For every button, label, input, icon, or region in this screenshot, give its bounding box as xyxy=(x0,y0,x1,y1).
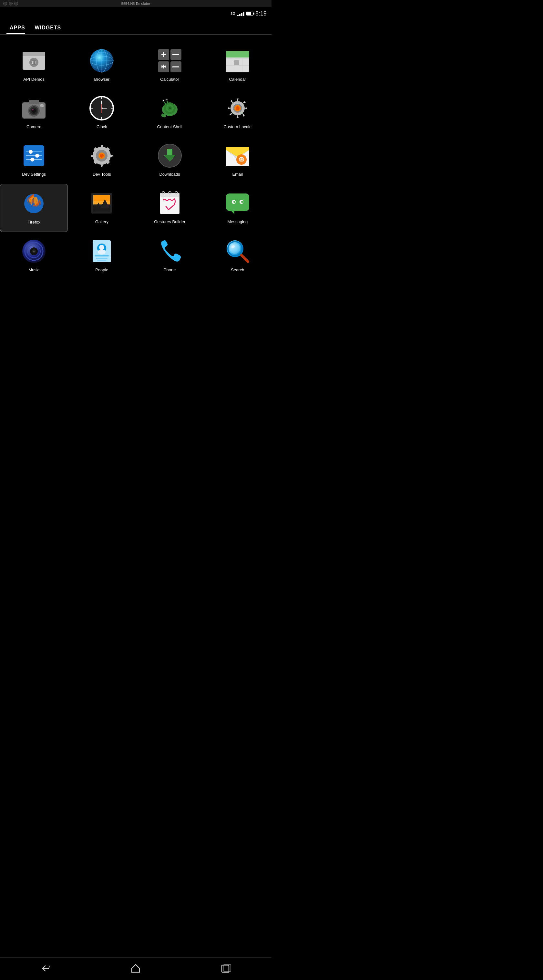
music-icon xyxy=(21,239,47,264)
maximize-dot[interactable] xyxy=(14,2,18,5)
tab-bar: APPS WIDGETS xyxy=(0,20,272,34)
app-item-phone[interactable]: Phone xyxy=(136,232,204,279)
svg-rect-28 xyxy=(234,60,239,65)
app-item-people[interactable]: People xyxy=(68,232,136,279)
dev-tools-icon xyxy=(89,143,114,169)
gestures-label: Gestures Builder xyxy=(154,220,185,225)
svg-rect-27 xyxy=(226,54,249,57)
app-item-dev-tools[interactable]: Dev Tools xyxy=(68,136,136,184)
dev-settings-icon xyxy=(21,143,47,169)
status-bar: 3G 8:19 xyxy=(0,7,272,20)
app-item-gallery[interactable]: Gallery xyxy=(68,184,136,232)
downloads-icon xyxy=(157,143,183,169)
app-item-camera[interactable]: Camera xyxy=(0,89,68,136)
content-shell-label: Content Shell xyxy=(157,124,183,130)
phone-label: Phone xyxy=(164,267,176,273)
signal-bars-icon xyxy=(237,11,245,16)
svg-point-79 xyxy=(100,154,104,158)
app-item-downloads[interactable]: Downloads xyxy=(136,136,204,184)
dev-settings-label: Dev Settings xyxy=(22,172,46,177)
svg-point-73 xyxy=(29,150,33,154)
svg-rect-130 xyxy=(95,255,109,256)
svg-marker-114 xyxy=(231,211,234,214)
svg-point-129 xyxy=(98,249,106,255)
downloads-label: Downloads xyxy=(159,172,180,177)
window-title: 5554:N5-Emulator xyxy=(121,2,150,5)
music-label: Music xyxy=(29,267,40,273)
tab-apps[interactable]: APPS xyxy=(6,20,32,34)
messaging-icon xyxy=(225,190,251,216)
close-dot[interactable] xyxy=(3,2,7,5)
app-item-messaging[interactable]: Messaging xyxy=(204,184,272,232)
calculator-label: Calculator xyxy=(160,77,179,83)
status-time: 8:19 xyxy=(256,10,267,17)
svg-rect-1 xyxy=(22,52,45,56)
browser-icon xyxy=(89,48,114,74)
search-label: Search xyxy=(231,267,244,273)
title-bar: 5554:N5-Emulator xyxy=(0,0,272,7)
firefox-label: Firefox xyxy=(27,220,40,225)
people-label: People xyxy=(95,267,108,273)
app-item-firefox[interactable]: Firefox xyxy=(0,184,68,232)
svg-text:@: @ xyxy=(239,157,244,162)
signal-bar-1 xyxy=(237,15,238,16)
app-grid: API Demos Browser xyxy=(0,38,272,282)
svg-rect-132 xyxy=(97,260,106,261)
messaging-label: Messaging xyxy=(227,220,248,225)
gallery-icon xyxy=(89,190,114,216)
browser-label: Browser xyxy=(94,77,110,83)
app-item-custom-locale[interactable]: Custom Locale xyxy=(204,89,272,136)
svg-point-74 xyxy=(35,154,39,158)
clock-icon xyxy=(89,95,114,121)
svg-rect-104 xyxy=(93,195,110,201)
minimize-dot[interactable] xyxy=(9,2,13,5)
svg-point-117 xyxy=(233,201,235,203)
svg-point-75 xyxy=(30,158,34,162)
svg-rect-109 xyxy=(160,193,179,197)
calculator-icon xyxy=(157,48,183,74)
svg-point-124 xyxy=(33,251,35,252)
svg-point-40 xyxy=(32,109,33,110)
battery-icon xyxy=(246,12,253,16)
api-demos-label: API Demos xyxy=(23,77,44,83)
people-icon xyxy=(89,239,114,264)
app-item-api-demos[interactable]: API Demos xyxy=(0,41,68,89)
svg-rect-107 xyxy=(93,208,110,212)
app-item-music[interactable]: Music xyxy=(0,232,68,279)
content-shell-icon xyxy=(157,95,183,121)
svg-point-67 xyxy=(236,106,240,110)
app-item-email[interactable]: @ Email xyxy=(204,136,272,184)
svg-point-128 xyxy=(99,245,104,250)
svg-rect-113 xyxy=(226,194,249,211)
svg-point-57 xyxy=(169,107,171,109)
app-item-gestures[interactable]: Gestures Builder xyxy=(136,184,204,232)
signal-bar-4 xyxy=(243,12,245,16)
app-item-calendar[interactable]: Calendar xyxy=(204,41,272,89)
svg-point-63 xyxy=(166,99,167,100)
calendar-icon xyxy=(225,48,251,74)
svg-rect-35 xyxy=(29,100,39,104)
window-controls xyxy=(3,2,18,5)
app-item-calculator[interactable]: Calculator xyxy=(136,41,204,89)
tab-widgets[interactable]: WIDGETS xyxy=(32,20,68,34)
tab-divider xyxy=(0,34,272,35)
app-item-search[interactable]: Search xyxy=(204,232,272,279)
svg-line-136 xyxy=(241,255,248,262)
signal-label: 3G xyxy=(230,12,235,16)
app-item-clock[interactable]: Clock xyxy=(68,89,136,136)
signal-bar-2 xyxy=(239,14,240,16)
svg-point-62 xyxy=(163,100,164,101)
svg-point-135 xyxy=(230,243,240,254)
gallery-label: Gallery xyxy=(95,220,108,225)
search-icon xyxy=(225,239,251,264)
app-item-content-shell[interactable]: Content Shell xyxy=(136,89,204,136)
svg-rect-81 xyxy=(101,164,103,167)
clock-label: Clock xyxy=(97,124,107,130)
custom-locale-label: Custom Locale xyxy=(224,124,252,130)
email-icon: @ xyxy=(225,143,251,169)
svg-rect-82 xyxy=(91,155,94,157)
app-item-browser[interactable]: Browser xyxy=(68,41,136,89)
app-item-dev-settings[interactable]: Dev Settings xyxy=(0,136,68,184)
signal-bar-3 xyxy=(241,13,243,16)
email-label: Email xyxy=(232,172,243,177)
